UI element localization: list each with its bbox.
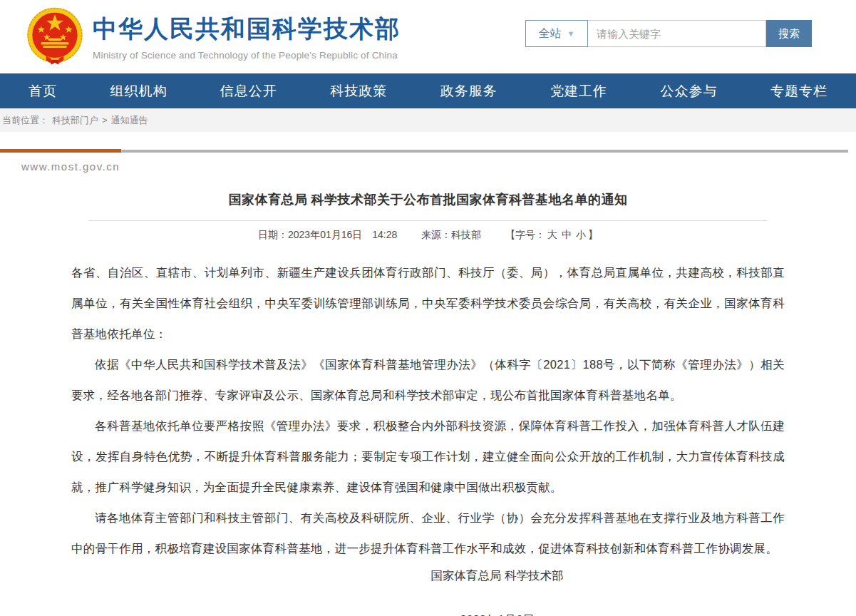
paragraph-requirements: 各科普基地依托单位要严格按照《管理办法》要求，积极整合内外部科技资源，保障体育科… (71, 411, 785, 503)
paragraph-basis: 依据《中华人民共和国科学技术普及法》《国家体育科普基地管理办法》（体科字〔202… (71, 349, 785, 411)
breadcrumb-prefix: 当前位置： (2, 114, 48, 127)
nav-item-organization[interactable]: 组织机构 (110, 82, 167, 101)
fontsize-medium-button[interactable]: 中 (562, 229, 572, 240)
fontsize-small-button[interactable]: 小 (576, 229, 586, 240)
divider-accent-bar (0, 149, 121, 153)
site-url: www.most.gov.cn (21, 160, 856, 173)
article-title: 国家体育总局 科学技术部关于公布首批国家体育科普基地名单的通知 (71, 191, 785, 208)
nav-item-sci-policy[interactable]: 科技政策 (330, 82, 387, 101)
site-search: 全站 ▼ 搜索 (525, 20, 812, 47)
meta-date-value: 2023年01月16日 (288, 229, 362, 240)
search-button[interactable]: 搜索 (766, 20, 812, 47)
search-scope-label: 全站 (539, 26, 562, 41)
section-divider (0, 149, 856, 153)
breadcrumb-separator: > (102, 115, 108, 125)
divider-gray-bar (121, 150, 848, 153)
signature-date: 2023年1月6日 (140, 612, 854, 616)
meta-date-label: 日期： (258, 229, 288, 240)
nav-item-gov-services[interactable]: 政务服务 (440, 82, 497, 101)
nav-item-public-participation[interactable]: 公众参与 (661, 82, 718, 101)
search-scope-select[interactable]: 全站 ▼ (525, 20, 588, 47)
article-meta: 日期：2023年01月16日 14:28 来源：科技部 【字号：大中小】 (71, 229, 785, 242)
site-header: 中华人民共和国科学技术部 Ministry of Science and Tec… (0, 0, 856, 73)
meta-source: 来源：科技部 (421, 229, 481, 240)
nav-item-home[interactable]: 首页 (29, 82, 57, 101)
site-subtitle: Ministry of Science and Technology of th… (93, 50, 401, 61)
national-emblem-logo (24, 5, 86, 69)
article-body: 各省、自治区、直辖市、计划单列市、新疆生产建设兵团体育行政部门、科技厅（委、局）… (71, 257, 785, 564)
main-nav: 首页 组织机构 信息公开 科技政策 政务服务 党建工作 公众参与 专题专栏 (0, 73, 856, 108)
meta-time-value: 14:28 (372, 229, 397, 240)
nav-item-party-building[interactable]: 党建工作 (550, 82, 607, 101)
meta-fontsize: 【字号：大中小】 (505, 229, 598, 240)
meta-source-label: 来源： (421, 229, 451, 240)
search-input[interactable] (588, 20, 766, 47)
paragraph-addressees: 各省、自治区、直辖市、计划单列市、新疆生产建设兵团体育行政部门、科技厅（委、局）… (71, 257, 785, 349)
breadcrumb-root[interactable]: 科技部门户 (52, 114, 98, 127)
fontsize-large-button[interactable]: 大 (547, 229, 557, 240)
meta-source-value: 科技部 (451, 229, 481, 240)
breadcrumb-current[interactable]: 通知通告 (111, 114, 148, 127)
paragraph-call-to-action: 请各地体育主管部门和科技主管部门、有关高校及科研院所、企业、行业学（协）会充分发… (71, 503, 785, 564)
title-separator (89, 220, 767, 221)
breadcrumb: 当前位置： 科技部门户 > 通知通告 (0, 108, 856, 132)
nav-item-info-disclosure[interactable]: 信息公开 (220, 82, 277, 101)
article: 国家体育总局 科学技术部关于公布首批国家体育科普基地名单的通知 日期：2023年… (0, 191, 856, 616)
meta-date: 日期：2023年01月16日 14:28 (258, 229, 397, 240)
chevron-down-icon: ▼ (567, 29, 575, 38)
signature-block: 国家体育总局 科学技术部 2023年1月6日 (140, 568, 854, 616)
nav-item-special-topics[interactable]: 专题专栏 (770, 82, 827, 101)
brand-block: 中华人民共和国科学技术部 Ministry of Science and Tec… (93, 13, 401, 61)
site-title: 中华人民共和国科学技术部 (93, 13, 401, 46)
meta-fontsize-prefix: 【字号： (505, 229, 545, 240)
signature-issuers: 国家体育总局 科学技术部 (140, 568, 854, 584)
meta-fontsize-suffix: 】 (588, 229, 598, 240)
